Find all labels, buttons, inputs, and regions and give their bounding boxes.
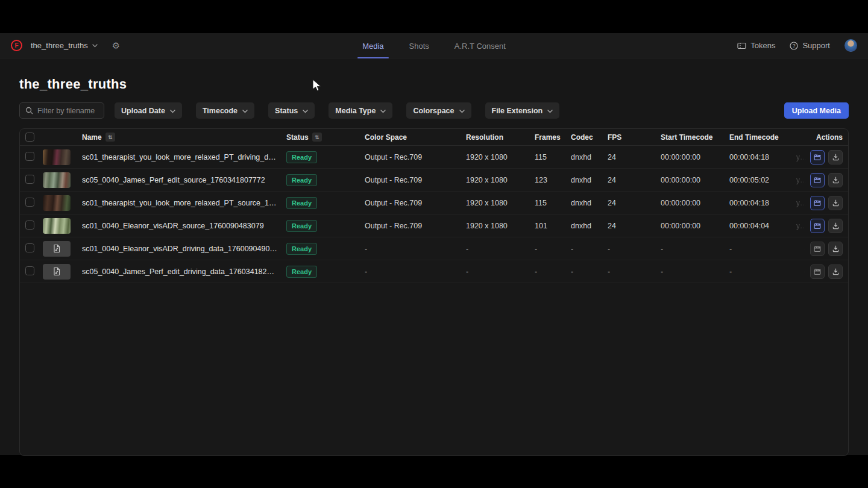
- page-title: the_three_truths: [19, 77, 868, 92]
- column-header-color-space: Color Space: [365, 133, 466, 142]
- video-thumbnail[interactable]: [43, 149, 71, 165]
- pixel-format: yuv: [796, 222, 807, 230]
- column-header-start-timecode: Start Timecode: [661, 133, 729, 142]
- search-icon: [25, 107, 33, 114]
- tab-a-r-t-consent[interactable]: A.R.T Consent: [453, 33, 507, 58]
- filter-dropdown-upload-date[interactable]: Upload Date: [115, 102, 182, 119]
- clapperboard-button[interactable]: [810, 196, 825, 210]
- cell-end-timecode: 00:00:05:02: [729, 176, 796, 184]
- sort-status-icon[interactable]: ⇅: [312, 133, 322, 142]
- table-row[interactable]: sc01_thearapist_you_look_more_relaxed_PT…: [20, 192, 848, 214]
- status-cell: Ready: [286, 197, 365, 209]
- cell-fps: 24: [608, 176, 661, 184]
- filter-dropdowns: Upload DateTimecodeStatusMedia TypeColor…: [115, 102, 559, 119]
- filter-dropdown-media-type[interactable]: Media Type: [329, 102, 392, 119]
- table-row[interactable]: sc01_0040_Eleanor_visADR_source_17600904…: [20, 214, 848, 237]
- chevron-down-icon: [92, 44, 98, 48]
- support-button[interactable]: ? Support: [790, 41, 830, 50]
- column-header-actions: Actions: [807, 133, 843, 142]
- row-checkbox[interactable]: [25, 152, 34, 161]
- download-button[interactable]: [828, 219, 843, 233]
- download-button[interactable]: [828, 150, 843, 164]
- row-checkbox[interactable]: [25, 198, 34, 207]
- project-switcher[interactable]: the_three_truths: [31, 41, 98, 50]
- status-cell: Ready: [286, 174, 365, 186]
- table-row[interactable]: sc01_0040_Eleanor_visADR_driving_data_17…: [20, 237, 848, 260]
- svg-text:?: ?: [793, 43, 796, 49]
- row-checkbox[interactable]: [25, 175, 34, 184]
- table-header: Name ⇅ Status ⇅ Color Space Resolution F…: [20, 129, 848, 146]
- status-badge: Ready: [286, 151, 317, 163]
- cell-codec: dnxhd: [571, 176, 608, 184]
- download-button[interactable]: [828, 264, 843, 279]
- media-name: sc01_thearapist_you_look_more_relaxed_PT…: [82, 199, 286, 207]
- cell-end-timecode: -: [729, 245, 796, 253]
- cell-fps: -: [608, 267, 661, 276]
- clapperboard-button[interactable]: [810, 150, 825, 164]
- cell-end-timecode: 00:00:04:18: [729, 199, 796, 207]
- tokens-button[interactable]: Tokens: [737, 41, 775, 50]
- filter-dropdown-file-extension[interactable]: File Extension: [485, 102, 560, 119]
- row-checkbox[interactable]: [25, 266, 34, 275]
- clapperboard-button[interactable]: [810, 219, 825, 233]
- audio-file-icon[interactable]: [43, 264, 71, 280]
- video-thumbnail[interactable]: [43, 218, 71, 234]
- chevron-down-icon: [547, 107, 553, 115]
- cell-frames: 123: [535, 176, 571, 184]
- media-name: sc01_0040_Eleanor_visADR_source_17600904…: [82, 222, 286, 230]
- search-input[interactable]: [37, 107, 98, 115]
- status-cell: Ready: [286, 243, 365, 255]
- upload-media-button[interactable]: Upload Media: [784, 102, 849, 119]
- download-button[interactable]: [828, 196, 843, 210]
- app-window: F the_three_truths ⚙ MediaShotsA.R.T Con…: [0, 33, 868, 455]
- clapperboard-button[interactable]: [810, 264, 825, 279]
- cell-resolution: -: [466, 267, 535, 276]
- column-header-name: Name ⇅: [82, 133, 286, 142]
- project-settings-gear-icon[interactable]: ⚙: [112, 40, 120, 51]
- cell-resolution: -: [466, 245, 535, 253]
- video-thumbnail[interactable]: [43, 172, 71, 188]
- download-button[interactable]: [828, 242, 843, 256]
- cell-codec: dnxhd: [571, 153, 608, 161]
- cell-end-timecode: 00:00:04:04: [729, 222, 796, 230]
- cell-resolution: 1920 x 1080: [466, 176, 535, 184]
- media-table: Name ⇅ Status ⇅ Color Space Resolution F…: [19, 128, 849, 456]
- column-header-end-timecode: End Timecode: [729, 133, 796, 142]
- filter-dropdown-timecode[interactable]: Timecode: [196, 102, 254, 119]
- brand-logo-icon[interactable]: F: [11, 40, 22, 51]
- cell-start-timecode: 00:00:00:00: [661, 153, 729, 161]
- filter-dropdown-status[interactable]: Status: [268, 102, 315, 119]
- row-checkbox[interactable]: [25, 221, 34, 230]
- user-avatar[interactable]: [844, 39, 857, 52]
- audio-file-icon[interactable]: [43, 241, 71, 257]
- video-thumbnail[interactable]: [43, 195, 71, 211]
- cell-color-space: Output - Rec.709: [365, 153, 466, 161]
- table-row[interactable]: sc05_0040_James_Perf_edit_source_1760341…: [20, 169, 848, 192]
- search-box: [19, 102, 104, 119]
- tab-shots[interactable]: Shots: [408, 33, 430, 58]
- sort-name-icon[interactable]: ⇅: [105, 133, 115, 142]
- table-row[interactable]: sc05_0040_James_Perf_edit_driving_data_1…: [20, 260, 848, 283]
- chevron-down-icon: [380, 107, 386, 115]
- select-all-checkbox[interactable]: [25, 133, 34, 142]
- row-checkbox[interactable]: [25, 243, 34, 252]
- cell-color-space: Output - Rec.709: [365, 176, 466, 184]
- cell-start-timecode: -: [661, 245, 729, 253]
- filter-dropdown-colorspace[interactable]: Colorspace: [406, 102, 471, 119]
- filter-bar: Upload DateTimecodeStatusMedia TypeColor…: [19, 102, 849, 119]
- chevron-down-icon: [242, 107, 248, 115]
- cell-color-space: -: [365, 267, 466, 276]
- cell-codec: -: [571, 267, 608, 276]
- cell-start-timecode: 00:00:00:00: [661, 176, 729, 184]
- cell-end-timecode: -: [729, 267, 796, 276]
- cell-end-timecode: 00:00:04:18: [729, 153, 796, 161]
- cell-fps: 24: [608, 153, 661, 161]
- tab-media[interactable]: Media: [361, 33, 385, 58]
- cell-codec: dnxhd: [571, 199, 608, 207]
- table-row[interactable]: sc01_thearapist_you_look_more_relaxed_PT…: [20, 146, 848, 169]
- download-button[interactable]: [828, 173, 843, 187]
- cell-start-timecode: 00:00:00:00: [661, 199, 729, 207]
- status-badge: Ready: [286, 174, 317, 186]
- clapperboard-button[interactable]: [810, 173, 825, 187]
- clapperboard-button[interactable]: [810, 242, 825, 256]
